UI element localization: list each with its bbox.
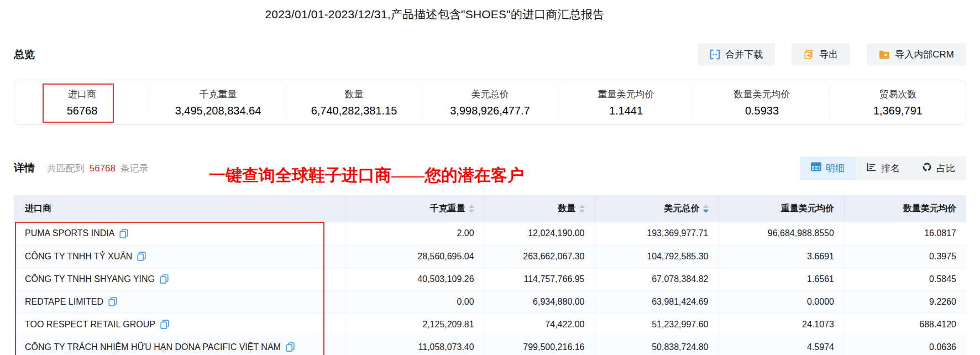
column-header-label: 千克重量 — [430, 203, 465, 215]
view-tab-明细[interactable]: 明细 — [800, 156, 856, 180]
overview-bar: 总览 合并下载导出导入内部CRM — [14, 43, 966, 66]
table-cell-value: 104,792,585.30 — [595, 245, 719, 268]
column-header-重量美元均价: 重量美元均价 — [719, 195, 844, 222]
copy-icon[interactable] — [160, 274, 169, 284]
action-button-export[interactable]: 导出 — [792, 43, 850, 66]
stat-label: 数量 — [345, 88, 364, 101]
table-cell-value: 63,981,424.69 — [595, 290, 719, 313]
table-cell-value: 193,369,977.71 — [595, 222, 719, 245]
table-cell-value: 0.0636 — [844, 336, 966, 355]
marketing-annotation-text: 一键查询全球鞋子进口商——您的潜在客户 — [209, 164, 524, 187]
stat-value: 1,369,791 — [873, 105, 923, 117]
sort-carets-icon[interactable] — [703, 205, 709, 213]
stat-value: 56768 — [67, 105, 98, 117]
sort-carets-icon[interactable] — [469, 205, 474, 213]
table-cell-value: 74,422.00 — [484, 313, 595, 336]
table-header-row: 进口商千克重量数量美元总价重量美元均价数量美元均价 — [14, 195, 966, 222]
match-count: 56768 — [87, 163, 118, 174]
copy-icon[interactable] — [108, 297, 117, 306]
view-tab-占比[interactable]: 占比 — [911, 156, 966, 180]
table-cell-value: 16.0817 — [844, 222, 966, 245]
table-row: CÔNG TY TNHH TỶ XUÂN28,560,695.04263,662… — [14, 245, 966, 268]
table-cell-value: 1.6561 — [719, 268, 844, 290]
table-cell-value: 0.00 — [345, 290, 485, 313]
importer-name-link[interactable]: CÔNG TY TNHH TỶ XUÂN — [25, 252, 132, 262]
stat-value: 3,495,208,834.64 — [175, 105, 261, 117]
match-count-text: 共匹配到 56768 条记录 — [47, 162, 149, 175]
stat-item: 重量美元均价1.1441 — [558, 86, 694, 118]
table-row: CÔNG TY TNHH SHYANG YING40,503,109.26114… — [14, 268, 966, 290]
stat-item: 数量6,740,282,381.15 — [286, 86, 422, 118]
importer-name-link[interactable]: CÔNG TY TRÁCH NHIỆM HỮU HẠN DONA PACIFIC… — [25, 342, 281, 352]
table-row: PUMA SPORTS INDIA2.0012,024,190.00193,36… — [14, 222, 966, 245]
column-header-进口商: 进口商 — [14, 195, 345, 222]
action-buttons: 合并下载导出导入内部CRM — [698, 43, 966, 66]
table-cell-value: 12,024,190.00 — [484, 222, 595, 245]
table-cell-value: 67,078,384.82 — [595, 268, 719, 290]
stat-label: 重量美元均价 — [598, 88, 654, 101]
table-cell-value: 688.4120 — [844, 313, 966, 336]
importer-summary-page: 2023/01/01-2023/12/31,产品描述包含"SHOES"的进口商汇… — [0, 7, 980, 355]
match-prefix: 共匹配到 — [47, 163, 85, 174]
stat-item: 进口商56768 — [14, 86, 150, 118]
stat-value: 3,998,926,477.7 — [450, 105, 530, 117]
table-row: TOO RESPECT RETAIL GROUP2,125,209.8174,4… — [14, 313, 966, 336]
importer-name-link[interactable]: CÔNG TY TNHH SHYANG YING — [25, 274, 155, 284]
table-cell-value: 2,125,209.81 — [345, 313, 485, 336]
ranking-bars-icon — [867, 162, 877, 174]
table-cell-value: 28,560,695.04 — [345, 245, 485, 268]
column-header-label: 数量美元均价 — [903, 203, 956, 215]
column-header-千克重量[interactable]: 千克重量 — [345, 195, 485, 222]
table-cell-value: 0.5845 — [844, 268, 966, 290]
table-cell-value: 50,838,724.80 — [595, 336, 719, 355]
action-button-label: 导出 — [819, 48, 838, 61]
stat-item: 千克重量3,495,208,834.64 — [150, 86, 286, 118]
table-cell-value: 3.6691 — [719, 245, 844, 268]
table-row: REDTAPE LIMITED0.006,934,880.0063,981,42… — [14, 290, 966, 313]
match-suffix: 条记录 — [120, 163, 149, 174]
importer-name-link[interactable]: TOO RESPECT RETAIL GROUP — [25, 320, 155, 330]
table-cell-value: 51,232,997.60 — [595, 313, 719, 336]
column-header-美元总价[interactable]: 美元总价 — [595, 195, 719, 222]
view-tab-排名[interactable]: 排名 — [856, 156, 911, 180]
stat-label: 千克重量 — [200, 88, 237, 101]
table-cell-value: 114,757,766.95 — [484, 268, 595, 290]
merge-download-icon — [710, 49, 720, 60]
table-cell-value: 4.5974 — [719, 336, 844, 355]
table-cell-value: 0.0000 — [719, 290, 844, 313]
copy-icon[interactable] — [160, 320, 169, 329]
table-row: CÔNG TY TRÁCH NHIỆM HỮU HẠN DONA PACIFIC… — [14, 336, 966, 355]
stat-value: 0.5933 — [745, 105, 779, 117]
stat-label: 进口商 — [68, 88, 96, 101]
view-tab-label: 占比 — [936, 162, 955, 175]
column-header-label: 数量 — [558, 203, 576, 215]
copy-icon[interactable] — [137, 252, 146, 261]
import-crm-icon — [879, 50, 890, 60]
export-icon — [804, 49, 814, 60]
sort-carets-icon[interactable] — [579, 205, 585, 213]
table-cell-value: 0.3975 — [844, 245, 966, 268]
copy-icon[interactable] — [286, 342, 295, 352]
copy-icon[interactable] — [119, 229, 128, 238]
stat-value: 1.1441 — [609, 105, 643, 117]
column-header-label: 进口商 — [25, 203, 51, 215]
view-tab-label: 明细 — [826, 162, 845, 175]
action-button-import-crm[interactable]: 导入内部CRM — [867, 43, 966, 66]
view-tabs: 明细排名占比 — [800, 156, 966, 180]
table-grid-icon — [811, 162, 821, 174]
table-cell-value: 96,684,988.8550 — [719, 222, 844, 245]
table-cell-value: 6,934,880.00 — [484, 290, 595, 313]
stat-label: 美元总价 — [471, 88, 509, 101]
stat-item: 贸易次数1,369,791 — [830, 86, 966, 118]
table-cell-value: 11,058,073.40 — [345, 336, 485, 355]
column-header-数量[interactable]: 数量 — [484, 195, 595, 222]
stat-value: 6,740,282,381.15 — [311, 105, 397, 117]
action-button-merge-download[interactable]: 合并下载 — [698, 43, 775, 66]
stat-label: 数量美元均价 — [734, 88, 790, 101]
importer-name-link[interactable]: PUMA SPORTS INDIA — [25, 228, 114, 238]
detail-heading: 详情 — [14, 161, 35, 175]
table-cell-value: 263,662,067.30 — [484, 245, 595, 268]
importer-name-link[interactable]: REDTAPE LIMITED — [25, 297, 103, 307]
view-tab-label: 排名 — [881, 162, 900, 175]
table-cell-value: 24.1073 — [719, 313, 844, 336]
